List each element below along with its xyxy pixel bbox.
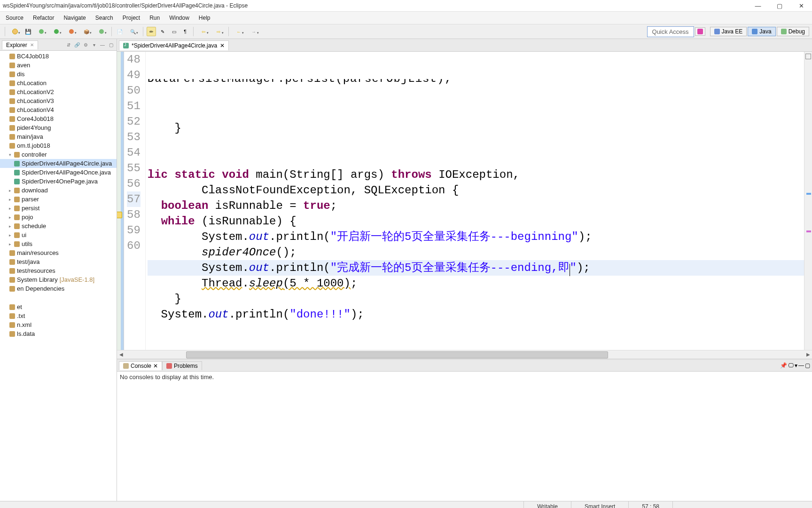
line-gutter[interactable]: 48495051525354555657585960 — [124, 52, 146, 350]
code-line[interactable] — [148, 136, 804, 151]
code-line[interactable]: } — [148, 120, 804, 136]
open-perspective-button[interactable] — [695, 27, 705, 36]
filters-icon[interactable]: ⚙ — [82, 41, 89, 48]
nav-next-button[interactable]: ⇨ — [212, 27, 225, 36]
expand-icon[interactable]: ▸ — [8, 233, 12, 238]
code-line[interactable]: boolean isRunnable = true; — [148, 198, 804, 214]
line-number[interactable]: 52 — [127, 114, 141, 129]
code-line[interactable]: System.out.println("done!!!"); — [148, 307, 804, 322]
view-menu-icon[interactable]: ▾ — [90, 41, 98, 48]
line-number[interactable]: 57 — [127, 191, 141, 207]
link-editor-icon[interactable]: 🔗 — [73, 41, 81, 48]
tree-item[interactable]: ▸schedule — [0, 222, 117, 230]
tree[interactable]: BC4Job018avendischLocationchLocationV2ch… — [0, 51, 117, 501]
forward-button[interactable]: → — [247, 27, 260, 36]
menu-help[interactable]: Help — [195, 14, 214, 22]
close-icon[interactable]: ✕ — [153, 363, 158, 369]
expand-icon[interactable]: ▸ — [8, 197, 12, 202]
menu-search[interactable]: Search — [92, 14, 117, 22]
line-number[interactable]: 54 — [127, 145, 141, 160]
tree-item[interactable]: chLocationV4 — [0, 105, 117, 114]
open-type-button[interactable]: 📄 — [115, 27, 125, 36]
tree-item[interactable]: n.xml — [0, 320, 117, 329]
perspective-debug[interactable]: Debug — [777, 27, 809, 36]
menu-refactor[interactable]: Refactor — [29, 14, 58, 22]
code-line[interactable]: System.out.println("完成新一轮的5页全量采集任务---end… — [148, 260, 804, 276]
code-line[interactable]: while (isRunnable) { — [148, 214, 804, 229]
new-package-button[interactable]: 📦 — [80, 27, 93, 36]
tree-item[interactable]: chLocationV2 — [0, 87, 117, 96]
tree-item[interactable]: Core4Job018 — [0, 114, 117, 123]
annotation-button[interactable]: ✎ — [158, 27, 167, 36]
code-line[interactable]: Thread.sleep(5 * 1000); — [148, 276, 804, 291]
menu-navigate[interactable]: Navigate — [60, 14, 89, 22]
code-line[interactable]: spider4Once(); — [148, 245, 804, 260]
back-button[interactable]: ← — [232, 27, 245, 36]
editor-tab[interactable]: *SpiderDriver4AllPage4Circle.java ✕ — [119, 40, 229, 50]
tree-item[interactable]: main/java — [0, 132, 117, 141]
line-number[interactable]: 49 — [127, 67, 141, 83]
close-icon[interactable]: ✕ — [220, 42, 225, 49]
tree-item[interactable]: ▸pojo — [0, 213, 117, 222]
tree-item[interactable]: en Dependencies — [0, 284, 117, 293]
collapse-all-icon[interactable]: ⇵ — [65, 41, 72, 48]
close-button[interactable]: ✕ — [790, 0, 812, 11]
tree-item[interactable]: System Library [JavaSE-1.8] — [0, 275, 117, 284]
line-number[interactable]: 48 — [127, 52, 141, 67]
expand-icon[interactable]: ▾ — [8, 152, 12, 157]
maximize-icon[interactable]: ▢ — [107, 41, 115, 48]
tree-item[interactable]: ▸download — [0, 186, 117, 195]
save-button[interactable]: 💾 — [23, 27, 33, 36]
quick-access-input[interactable]: Quick Access — [647, 26, 694, 37]
tree-item[interactable]: ▸ui — [0, 230, 117, 239]
line-number[interactable]: 53 — [127, 129, 141, 145]
new-button[interactable] — [8, 27, 22, 36]
menu-source[interactable]: Source — [2, 14, 27, 22]
nav-last-button[interactable]: ⇦ — [197, 27, 210, 36]
tree-item[interactable]: SpiderDriver4AllPage4Circle.java — [0, 159, 117, 168]
code-area[interactable]: DataPersistManager.persist(parserObjList… — [146, 52, 804, 350]
perspective-javaee[interactable]: Java EE — [710, 27, 747, 36]
code-line[interactable]: } — [148, 291, 804, 307]
code-line[interactable]: ClassNotFoundException, SQLException { — [148, 183, 804, 198]
run-button[interactable] — [50, 27, 63, 36]
editor-hscrollbar[interactable]: ◀ ▶ — [117, 350, 812, 358]
expand-icon[interactable]: ▸ — [8, 206, 12, 211]
toggle-mark-button[interactable]: ✏ — [147, 27, 156, 36]
scroll-thumb[interactable] — [186, 351, 608, 358]
code-line[interactable]: System.out.println("开启新一轮的5页全量采集任务---beg… — [148, 229, 804, 245]
line-number[interactable]: 50 — [127, 83, 141, 98]
new-class-button[interactable] — [95, 27, 108, 36]
scroll-right-icon[interactable]: ▶ — [804, 352, 812, 357]
close-icon[interactable]: ✕ — [30, 42, 34, 48]
line-number[interactable]: 60 — [127, 238, 141, 254]
tree-item[interactable]: chLocationV3 — [0, 96, 117, 105]
menu-window[interactable]: Window — [165, 14, 193, 22]
line-number[interactable]: 58 — [127, 207, 141, 222]
ext-tools-button[interactable] — [65, 27, 78, 36]
tree-item[interactable]: ▸persist — [0, 204, 117, 213]
problems-tab[interactable]: Problems — [162, 361, 202, 370]
tree-item[interactable]: pider4Young — [0, 123, 117, 132]
open-console-icon[interactable]: ▾ — [795, 362, 797, 369]
expand-icon[interactable]: ▸ — [8, 188, 12, 193]
display-console-icon[interactable]: 🖵 — [788, 362, 794, 369]
debug-button[interactable] — [35, 27, 48, 36]
editor-body[interactable]: 48495051525354555657585960 DataPersistMa… — [117, 52, 812, 350]
tree-item[interactable]: dis — [0, 70, 117, 79]
line-number[interactable]: 59 — [127, 222, 141, 238]
tree-item[interactable]: ▸utils — [0, 239, 117, 248]
minimize-icon[interactable]: — — [99, 41, 106, 48]
menu-project[interactable]: Project — [119, 14, 144, 22]
minimize-icon[interactable]: — — [798, 362, 804, 369]
tree-item[interactable]: .txt — [0, 311, 117, 320]
overview-mark[interactable] — [806, 193, 811, 195]
maximize-icon[interactable]: ▢ — [805, 362, 810, 369]
pin-console-icon[interactable]: 📌 — [780, 362, 787, 369]
tree-item[interactable]: main/resources — [0, 248, 117, 257]
code-line[interactable] — [148, 151, 804, 167]
tree-item[interactable]: ls.data — [0, 329, 117, 338]
explorer-tab[interactable]: Explorer ✕ — [2, 40, 38, 49]
tree-item[interactable]: ▸parser — [0, 195, 117, 204]
scroll-left-icon[interactable]: ◀ — [117, 352, 125, 357]
